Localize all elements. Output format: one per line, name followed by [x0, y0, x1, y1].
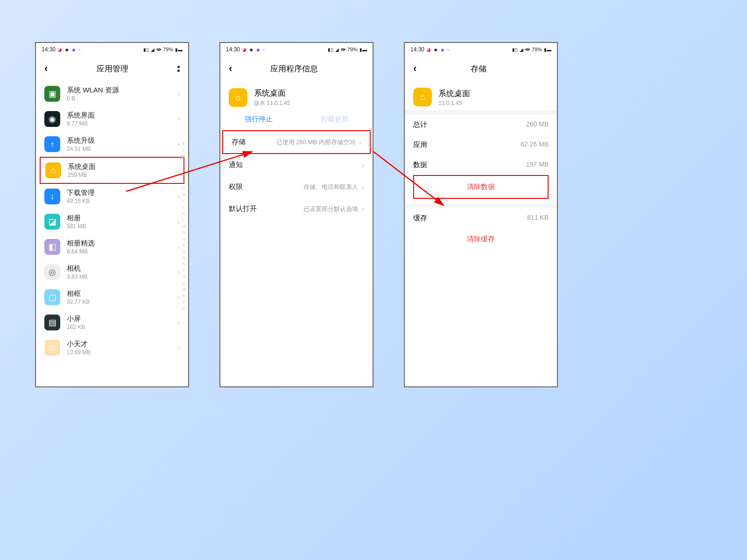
index-letter[interactable]: M: [183, 224, 187, 230]
app-row[interactable]: ▢相框32.77 KB›: [40, 285, 184, 310]
index-letter[interactable]: L: [183, 217, 187, 223]
app-row[interactable]: ⌂系统桌面259 MB›: [40, 157, 184, 184]
index-letter[interactable]: S: [183, 261, 187, 267]
index-letter[interactable]: P: [183, 243, 187, 249]
index-letter[interactable]: E: [183, 173, 187, 179]
app-icon: ◪: [44, 214, 60, 230]
index-letter[interactable]: V: [183, 280, 187, 287]
status-icon: ◕: [427, 47, 431, 52]
chevron-right-icon: ›: [177, 318, 180, 327]
alpha-index[interactable]: #ABCDEFGHIJKLMNOPQRSTUVWXYZ: [183, 141, 187, 312]
app-size: 49.15 KB: [67, 198, 177, 204]
app-icon: ↓: [44, 189, 60, 204]
menu-button[interactable]: [177, 66, 180, 72]
data-value: 197 MB: [526, 161, 549, 169]
index-letter[interactable]: C: [183, 160, 187, 166]
status-icon: ◕: [242, 47, 247, 52]
total-row: 总计 260 MB: [405, 115, 557, 135]
app-name: 系统桌面: [438, 88, 470, 99]
permissions-row[interactable]: 权限 存储、电话和联系人 ›: [220, 176, 373, 198]
index-letter[interactable]: B: [183, 154, 187, 160]
status-bar: 14:30 ◕ ☻ ◆ ○ ▮▯ ◢ 🗢 79% ▮▬: [36, 43, 188, 56]
index-letter[interactable]: D: [183, 166, 187, 172]
phone-screen-app-info: 14:30 ◕ ☻ ◆ ○ ▮▯ ◢ 🗢 79% ▮▬ ‹ 应用程序信息 ⌂ 系…: [219, 42, 374, 387]
app-row[interactable]: ◉系统界面9.77 MB›: [40, 106, 184, 132]
index-letter[interactable]: #: [183, 141, 187, 147]
app-size: 182 KB: [67, 324, 177, 330]
index-letter[interactable]: Y: [183, 300, 187, 306]
index-letter[interactable]: A: [183, 147, 187, 154]
page-title: 应用程序信息: [232, 63, 356, 74]
total-label: 总计: [413, 120, 427, 129]
app-name: 相册: [67, 214, 177, 223]
header: ‹ 应用管理: [36, 56, 188, 81]
app-icon: ▤: [44, 315, 60, 330]
index-letter[interactable]: U: [183, 274, 187, 280]
index-letter[interactable]: H: [183, 192, 187, 198]
app-size: 259 MB: [68, 172, 176, 178]
battery-icon: ▮▬: [544, 47, 551, 52]
status-bar: 14:30 ◕ ☻ ◆ ○ ▮▯ ◢ 🗢 79% ▮▬: [220, 43, 373, 56]
app-row[interactable]: ◧相册精选8.64 MB›: [40, 234, 184, 259]
clear-data-button[interactable]: 清除数据: [413, 175, 549, 199]
app-size: 0 B: [67, 95, 177, 102]
battery-icon: ▮▬: [175, 47, 183, 52]
storage-row[interactable]: 存储 已使用 260 MB 内部存储空间 ›: [222, 130, 371, 154]
home-icon: ⌂: [229, 88, 247, 107]
index-letter[interactable]: I: [183, 198, 187, 204]
app-label: 应用: [413, 140, 427, 149]
uninstall-updates-button[interactable]: 卸载更新: [321, 115, 349, 124]
status-battery-pct: 79%: [347, 47, 358, 52]
notifications-row[interactable]: 通知 ›: [220, 154, 373, 176]
app-icon: ☺: [44, 340, 60, 356]
vibrate-icon: ▮▯: [328, 47, 333, 52]
back-button[interactable]: ‹: [413, 63, 416, 75]
header: ‹ 存储: [405, 56, 557, 81]
header: ‹ 应用程序信息: [220, 56, 373, 81]
phone-screen-storage: 14:30 ◕ ☻ ◆ ○ ▮▯ ◢ 🗢 79% ▮▬ ‹ 存储 ⌂ 系统桌面 …: [404, 42, 558, 387]
app-name: 小屏: [67, 315, 177, 323]
chevron-right-icon: ›: [177, 192, 180, 201]
app-size: 8.64 MB: [67, 248, 177, 255]
back-button[interactable]: ‹: [44, 63, 48, 75]
index-letter[interactable]: K: [183, 211, 187, 217]
app-size: 24.51 MB: [67, 146, 177, 152]
clear-cache-button[interactable]: 清除缓存: [413, 228, 549, 250]
status-icon: ○: [447, 47, 450, 52]
status-battery-pct: 79%: [532, 47, 542, 52]
index-letter[interactable]: J: [183, 204, 187, 210]
default-label: 默认打开: [229, 204, 257, 213]
app-row[interactable]: ☺小天才13.89 MB›: [40, 335, 184, 360]
chevron-right-icon: ›: [177, 243, 180, 251]
index-letter[interactable]: F: [183, 179, 187, 185]
app-row[interactable]: ◪相册581 MB›: [40, 209, 184, 234]
default-open-row[interactable]: 默认打开 已设置部分默认选项 ›: [220, 198, 373, 220]
app-icon: ▢: [44, 289, 60, 305]
index-letter[interactable]: Z: [183, 306, 187, 312]
app-name: 系统升级: [67, 136, 177, 145]
index-letter[interactable]: Q: [183, 249, 187, 255]
app-value: 62.26 MB: [521, 140, 549, 149]
app-row[interactable]: ◎相机3.83 MB›: [40, 259, 184, 285]
app-row[interactable]: ↑系统升级24.51 MB›: [40, 132, 184, 157]
index-letter[interactable]: R: [183, 255, 187, 261]
index-letter[interactable]: O: [183, 236, 187, 242]
app-version: 11.0.1.45: [438, 100, 470, 106]
app-info-header: ⌂ 系统桌面 版本 11.0.1.45: [220, 81, 373, 111]
chevron-right-icon: ›: [362, 205, 364, 213]
app-row[interactable]: ▣系统 WLAN 资源0 B›: [40, 81, 184, 106]
app-name: 相框: [67, 289, 177, 298]
force-stop-button[interactable]: 强行停止: [245, 115, 273, 124]
chevron-right-icon: ›: [176, 166, 179, 175]
app-size-row: 应用 62.26 MB: [405, 135, 557, 155]
chevron-right-icon: ›: [177, 217, 180, 226]
index-letter[interactable]: G: [183, 185, 187, 191]
index-letter[interactable]: X: [183, 293, 187, 299]
index-letter[interactable]: T: [183, 268, 187, 274]
index-letter[interactable]: N: [183, 230, 187, 236]
app-row[interactable]: ▤小屏182 KB›: [40, 310, 184, 335]
app-name: 系统 WLAN 资源: [67, 86, 177, 95]
back-button[interactable]: ‹: [229, 63, 232, 75]
index-letter[interactable]: W: [183, 287, 187, 293]
app-row[interactable]: ↓下载管理49.15 KB›: [40, 184, 184, 209]
